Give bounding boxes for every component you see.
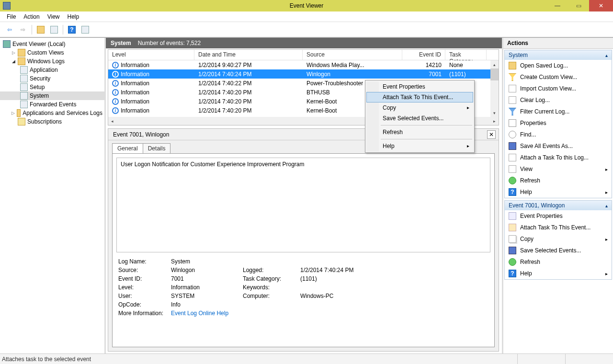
col-header-level[interactable]: Level bbox=[108, 50, 194, 60]
tree-root[interactable]: Event Viewer (Local) bbox=[0, 40, 104, 48]
action-item[interactable]: Attach Task To This Event... bbox=[505, 222, 612, 233]
collapse-icon[interactable]: ▴ bbox=[605, 53, 608, 58]
actions-section-title[interactable]: System ▴ bbox=[505, 50, 612, 60]
tree-label: Application bbox=[30, 67, 58, 73]
table-row[interactable]: iInformation1/2/2014 9:40:27 PMWindows M… bbox=[108, 60, 499, 69]
action-item[interactable]: Find... bbox=[505, 129, 612, 140]
maximize-button[interactable]: ▭ bbox=[568, 0, 589, 11]
tree-log-system[interactable]: System bbox=[0, 91, 104, 100]
tree-log-setup[interactable]: Setup bbox=[0, 83, 104, 91]
menu-file[interactable]: File bbox=[3, 12, 20, 22]
context-menu-item[interactable]: Refresh bbox=[366, 127, 473, 137]
action-item[interactable]: Event Properties bbox=[505, 210, 612, 222]
action-icon bbox=[509, 165, 516, 173]
action-item[interactable]: Save Selected Events... bbox=[505, 245, 612, 256]
action-item[interactable]: Import Custom View... bbox=[505, 83, 612, 94]
forward-button[interactable]: ⇨ bbox=[17, 24, 29, 35]
action-item[interactable]: Create Custom View... bbox=[505, 71, 612, 83]
col-header-source[interactable]: Source bbox=[303, 50, 402, 60]
cell-date: 1/2/2014 7:40:20 PM bbox=[194, 89, 303, 96]
action-label: Find... bbox=[520, 131, 536, 138]
action-label: Filter Current Log... bbox=[520, 108, 569, 115]
context-menu-item[interactable]: Copy▸ bbox=[366, 102, 473, 113]
action-icon bbox=[509, 108, 516, 115]
action-label: Event Properties bbox=[520, 213, 563, 219]
action-icon bbox=[509, 177, 516, 184]
back-button[interactable]: ⇦ bbox=[4, 24, 15, 35]
tab-details[interactable]: Details bbox=[143, 143, 171, 153]
detail-close-button[interactable]: ✕ bbox=[487, 130, 496, 139]
value-logged: 1/2/2014 7:40:24 PM bbox=[300, 267, 386, 273]
scroll-up-button[interactable]: ▴ bbox=[490, 60, 499, 68]
action-item[interactable]: Copy▸ bbox=[505, 233, 612, 245]
action-item[interactable]: Clear Log... bbox=[505, 94, 612, 106]
actions-header: Actions bbox=[503, 38, 613, 49]
table-row[interactable]: iInformation1/2/2014 7:40:24 PMWinlogon7… bbox=[108, 69, 499, 79]
link-event-log-online-help[interactable]: Event Log Online Help bbox=[171, 310, 243, 317]
collapse-icon[interactable]: ◢ bbox=[11, 59, 16, 64]
action-label: Copy bbox=[520, 236, 534, 242]
actions-section-title[interactable]: Event 7001, Winlogon ▴ bbox=[505, 201, 612, 210]
tree-windows-logs[interactable]: ◢ Windows Logs bbox=[0, 57, 104, 66]
scroll-down-button[interactable]: ▾ bbox=[490, 109, 499, 117]
expand-icon[interactable]: ▷ bbox=[11, 51, 16, 55]
action-item[interactable]: Attach a Task To this Log... bbox=[505, 152, 612, 163]
show-hide-tree-button[interactable] bbox=[35, 24, 46, 35]
detail-pane: Event 7001, Winlogon ✕ General Details U… bbox=[108, 128, 499, 352]
menu-view[interactable]: View bbox=[44, 12, 64, 22]
extra-button[interactable] bbox=[79, 24, 91, 35]
vertical-scrollbar[interactable]: ▴ ▾ bbox=[490, 60, 499, 117]
expand-icon[interactable]: ▷ bbox=[11, 111, 15, 115]
action-item[interactable]: Open Saved Log... bbox=[505, 60, 612, 71]
separator bbox=[63, 25, 63, 34]
action-item[interactable]: ?Help▸ bbox=[505, 186, 612, 198]
actions-section-event: Event 7001, Winlogon ▴ Event PropertiesA… bbox=[504, 200, 612, 280]
collapse-icon[interactable]: ▴ bbox=[605, 203, 608, 208]
tree-subscriptions[interactable]: Subscriptions bbox=[0, 117, 104, 126]
action-item[interactable]: Refresh bbox=[505, 256, 612, 268]
action-item[interactable]: Save All Events As... bbox=[505, 140, 612, 152]
event-description: User Logon Notification for Customer Exp… bbox=[116, 158, 490, 252]
col-header-eventid[interactable]: Event ID bbox=[402, 50, 445, 60]
context-menu-item[interactable]: Save Selected Events... bbox=[366, 113, 473, 124]
log-icon bbox=[20, 66, 28, 74]
info-icon: i bbox=[112, 71, 119, 78]
tree-log-forwarded[interactable]: Forwarded Events bbox=[0, 100, 104, 109]
close-button[interactable]: ✕ bbox=[589, 0, 613, 11]
tree-custom-views[interactable]: ▷ Custom Views bbox=[0, 48, 104, 57]
action-item[interactable]: Properties bbox=[505, 117, 612, 129]
label-user: User: bbox=[118, 293, 171, 299]
context-menu-item[interactable]: Attach Task To This Event... bbox=[366, 92, 473, 102]
label-computer: Computer: bbox=[243, 293, 300, 299]
tree-app-services[interactable]: ▷ Applications and Services Logs bbox=[0, 109, 104, 117]
menu-action[interactable]: Action bbox=[20, 12, 43, 22]
tree-log-security[interactable]: Security bbox=[0, 74, 104, 83]
action-label: Create Custom View... bbox=[520, 74, 577, 80]
help-button[interactable]: ? bbox=[66, 24, 78, 35]
scroll-right-button[interactable]: ▸ bbox=[490, 117, 499, 125]
tab-general[interactable]: General bbox=[112, 143, 143, 153]
minimize-button[interactable]: — bbox=[547, 0, 568, 11]
label-logname: Log Name: bbox=[118, 258, 171, 265]
tree-log-application[interactable]: Application bbox=[0, 66, 104, 74]
scroll-left-button[interactable]: ◂ bbox=[108, 117, 116, 125]
app-icon bbox=[3, 2, 11, 10]
col-header-task[interactable]: Task Category bbox=[445, 50, 487, 60]
action-item[interactable]: View▸ bbox=[505, 163, 612, 175]
context-menu-item[interactable]: Help▸ bbox=[366, 141, 473, 151]
action-item[interactable]: ?Help▸ bbox=[505, 268, 612, 279]
action-item[interactable]: Refresh bbox=[505, 175, 612, 186]
cell-date: 1/2/2014 9:40:27 PM bbox=[194, 62, 303, 68]
menu-help[interactable]: Help bbox=[64, 12, 83, 22]
layout-button[interactable] bbox=[48, 24, 60, 35]
action-icon bbox=[509, 119, 516, 127]
col-header-date[interactable]: Date and Time bbox=[194, 50, 303, 60]
context-menu[interactable]: Event PropertiesAttach Task To This Even… bbox=[365, 80, 475, 153]
cell-level: Information bbox=[121, 62, 149, 68]
status-right bbox=[517, 354, 613, 364]
action-icon bbox=[509, 154, 516, 161]
scroll-thumb[interactable] bbox=[490, 68, 499, 80]
action-item[interactable]: Filter Current Log... bbox=[505, 106, 612, 117]
label-opcode: OpCode: bbox=[118, 301, 171, 308]
context-menu-item[interactable]: Event Properties bbox=[366, 81, 473, 92]
